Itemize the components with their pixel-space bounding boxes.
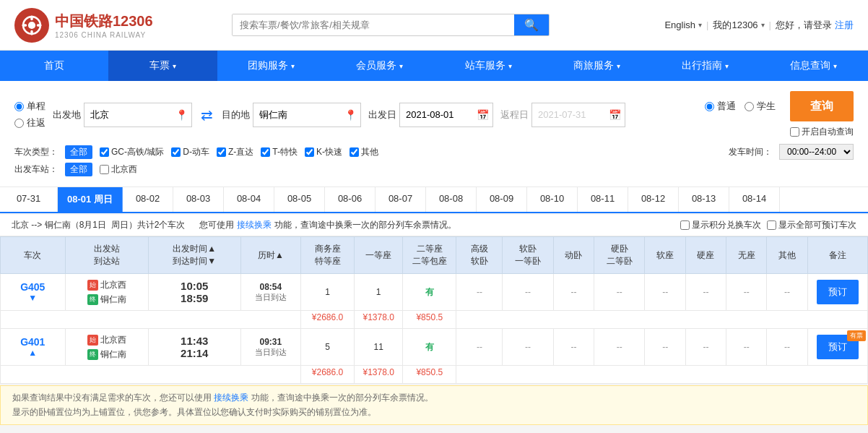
book-g405: 预订 [807, 274, 867, 311]
nav-item-business[interactable]: 商旅服务 ▾ [542, 51, 651, 81]
other-checkbox[interactable]: 其他 [350, 146, 378, 158]
logo-icon [19, 13, 44, 38]
hard2-g405: -- [594, 274, 645, 311]
form-row: 单程 往返 出发地 📍 ⇄ 目的地 📍 出发日 [14, 91, 854, 138]
tab-0808[interactable]: 08-08 [426, 187, 477, 212]
ticket-type-row: 普通 学生 查询 [705, 91, 854, 121]
header: 中国铁路12306 12306 CHINA RAILWAY 🔍 English … [0, 0, 868, 51]
round-trip-radio[interactable]: 往返 [14, 116, 45, 129]
th-time[interactable]: 出发时间▲到达时间▼ [148, 237, 240, 274]
train-num-g405: G405 ▼ [1, 274, 66, 311]
th-adv-sleeper: 高级软卧 [456, 237, 503, 274]
notice-relay-link[interactable]: 接续换乘 [214, 393, 248, 403]
price-row-g401: ¥2686.0 ¥1378.0 ¥850.5 [1, 366, 868, 384]
nav-label-home: 首页 [44, 59, 64, 72]
adv-g405: -- [456, 274, 503, 311]
search-button[interactable]: 🔍 [514, 14, 549, 35]
th-soft-adv: 软卧一等卧 [503, 237, 553, 274]
tab-0731[interactable]: 07-31 [0, 187, 58, 212]
noseat-g401: -- [726, 329, 767, 366]
tab-0806[interactable]: 08-06 [325, 187, 376, 212]
duration-g401: 09:31 当日到达 [240, 329, 300, 366]
nav: 首页 车票 ▾ 团购服务 ▾ 会员服务 ▾ 站车服务 ▾ 商旅服务 ▾ 出行指南… [0, 51, 868, 81]
softadv-g405: -- [503, 274, 553, 311]
search-area: 🔍 [159, 14, 622, 36]
gc-checkbox[interactable]: GC-高铁/城际 [100, 146, 164, 158]
filter-row: 车次类型： 全部 GC-高铁/城际 D-动车 Z-直达 T-特快 K-快速 其他… [14, 144, 854, 160]
train-type-all-badge[interactable]: 全部 [65, 145, 92, 159]
th-duration[interactable]: 历时▲ [240, 237, 300, 274]
logo-area: 中国铁路12306 12306 CHINA RAILWAY [14, 8, 159, 43]
nav-item-guide[interactable]: 出行指南 ▾ [651, 51, 760, 81]
k-checkbox[interactable]: K-快速 [305, 146, 342, 158]
tab-0807[interactable]: 08-07 [376, 187, 426, 212]
show-all-checkbox[interactable]: 显示全部可预订车次 [767, 219, 856, 231]
z-checkbox[interactable]: Z-直达 [217, 146, 253, 158]
d-checkbox[interactable]: D-动车 [171, 146, 209, 158]
svg-rect-3 [30, 15, 32, 20]
tab-0814[interactable]: 08-14 [729, 187, 780, 212]
tab-0812[interactable]: 08-12 [628, 187, 679, 212]
calendar-icon-depart: 📅 [477, 109, 489, 121]
nav-item-info[interactable]: 信息查询 ▾ [760, 51, 868, 81]
price-first-g401: ¥1378.0 [355, 366, 403, 384]
first-g405: 1 [355, 274, 403, 311]
greeting: 您好，请登录 [776, 19, 832, 32]
hard-g401: -- [685, 329, 726, 366]
nav-label-info: 信息查询 [790, 59, 830, 72]
return-input-wrap: 📅 [531, 103, 625, 127]
nav-item-group[interactable]: 团购服务 ▾ [217, 51, 326, 81]
nav-label-group: 团购服务 [248, 59, 288, 72]
nav-item-member[interactable]: 会员服务 ▾ [326, 51, 434, 81]
notice-line2: 显示的卧铺置位均为上铺置位，供您参考。具体置位以您确认支付时实际购买的铺别置位为… [12, 406, 856, 419]
tab-0803[interactable]: 08-03 [173, 187, 224, 212]
soft-g405: -- [645, 274, 685, 311]
nav-item-home[interactable]: 首页 [0, 51, 108, 81]
register-link[interactable]: 注册 [835, 19, 854, 32]
one-way-radio[interactable]: 单程 [14, 100, 45, 113]
svg-rect-4 [30, 30, 32, 35]
tab-0805[interactable]: 08-05 [274, 187, 325, 212]
auto-query-checkbox[interactable]: 开启自动查询 [790, 126, 854, 138]
th-soft-seat: 软座 [645, 237, 685, 274]
member-arrow: ▾ [399, 62, 403, 70]
tip-suffix: 功能，查询途中换乘一次的部分列车余票情况。 [274, 219, 456, 231]
book-button-g405[interactable]: 预订 [817, 280, 859, 304]
beijing-west-checkbox[interactable]: 北京西 [100, 163, 137, 176]
tab-0809[interactable]: 08-09 [477, 187, 527, 212]
price-second-g401: ¥850.5 [403, 366, 456, 384]
search-form: 单程 往返 出发地 📍 ⇄ 目的地 📍 出发日 [0, 81, 868, 187]
tab-0802[interactable]: 08-02 [123, 187, 173, 212]
g401-expand[interactable]: ▲ [28, 348, 37, 358]
normal-ticket-radio[interactable]: 普通 [705, 100, 736, 113]
language-selector[interactable]: English [664, 20, 695, 30]
depart-time-select[interactable]: 00:00--24:00 [779, 144, 854, 160]
dyn-g401: -- [553, 329, 594, 366]
notice-bar: 如果查询结果中没有满足需求的车次，您还可以使用 接续换乘 功能，查询途中换乘一次… [0, 385, 868, 425]
search-input[interactable] [233, 14, 514, 35]
exchange-button[interactable]: ⇄ [199, 106, 214, 124]
tab-0811[interactable]: 08-11 [578, 187, 628, 212]
my12306-link[interactable]: 我的12306 [713, 19, 758, 32]
nav-item-station[interactable]: 站车服务 ▾ [434, 51, 542, 81]
station-all-badge[interactable]: 全部 [65, 163, 92, 176]
query-button[interactable]: 查询 [790, 91, 854, 121]
tab-0801[interactable]: 08-01 周日 [58, 187, 123, 212]
nav-label-business: 商旅服务 [573, 59, 614, 72]
table-wrap: 车次 出发站到达站 出发时间▲到达时间▼ 历时▲ 商务座特等座 一等座 二等座二… [0, 236, 868, 384]
dyn-g405: -- [553, 274, 594, 311]
book-g401: 预订 有票 [807, 329, 867, 366]
student-ticket-radio[interactable]: 学生 [745, 100, 776, 113]
g401-link[interactable]: G401 [20, 336, 45, 348]
show-points-checkbox[interactable]: 显示积分兑换车次 [680, 219, 761, 231]
t-checkbox[interactable]: T-特快 [261, 146, 298, 158]
nav-label-guide: 出行指南 [682, 59, 722, 72]
th-train: 车次 [1, 237, 66, 274]
tab-0810[interactable]: 08-10 [527, 187, 578, 212]
g405-expand[interactable]: ▼ [28, 293, 37, 303]
g405-link[interactable]: G405 [20, 281, 45, 293]
relay-link[interactable]: 接续换乘 [237, 219, 272, 231]
nav-item-tickets[interactable]: 车票 ▾ [108, 51, 217, 81]
tab-0804[interactable]: 08-04 [224, 187, 274, 212]
tab-0813[interactable]: 08-13 [679, 187, 729, 212]
